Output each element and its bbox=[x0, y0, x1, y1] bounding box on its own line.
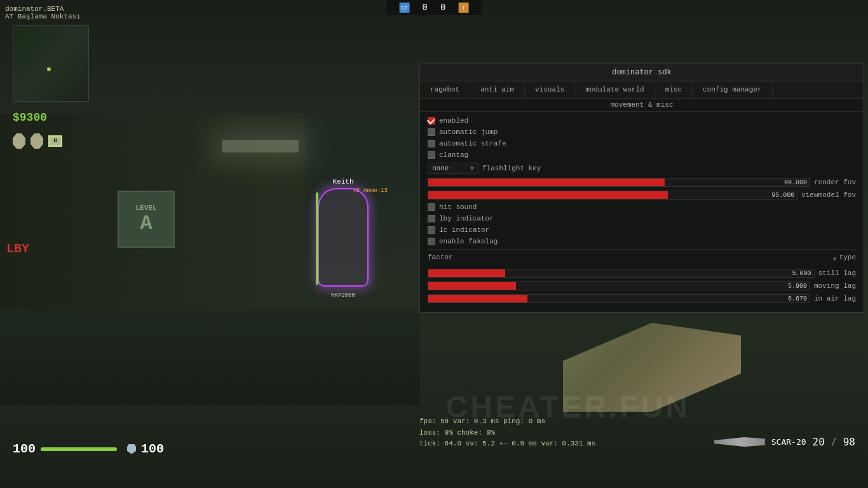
weapon-icon bbox=[714, 434, 765, 450]
ct-icon: CT bbox=[400, 3, 410, 13]
dropdown-arrow-icon: ▼ bbox=[470, 165, 474, 172]
cb-auto-jump-label: automatic jump bbox=[439, 128, 498, 136]
armor-area: 100 bbox=[127, 442, 164, 456]
still-lag-fill bbox=[428, 269, 505, 277]
tab-misc[interactable]: misc bbox=[655, 81, 693, 98]
viewmodel-fov-label: viewmodel fov bbox=[801, 191, 856, 199]
t-score: 0 bbox=[440, 3, 445, 13]
tab-config-manager[interactable]: config manager bbox=[693, 81, 772, 98]
weapon-info: SCAR-20 20 / 98 bbox=[714, 434, 855, 450]
player-health-fill bbox=[316, 193, 318, 285]
ceiling-light bbox=[222, 140, 299, 152]
moving-lag-fill bbox=[428, 282, 516, 290]
weapon-name: SCAR-20 bbox=[771, 437, 806, 447]
viewmodel-fov-slider[interactable]: 95.000 bbox=[428, 191, 797, 200]
cb-row-enable-fakelag: enable fakelag bbox=[428, 238, 856, 245]
player-silhouette bbox=[318, 188, 369, 287]
render-fov-row: 90.000 render fov bbox=[428, 178, 856, 187]
player-icon bbox=[13, 133, 25, 149]
still-lag-label: still lag bbox=[818, 269, 856, 277]
cb-row-auto-strafe: automatic strafe bbox=[428, 140, 856, 147]
menu-title: dominator sdk bbox=[420, 64, 864, 81]
cb-row-lc-indicator: lc indicator bbox=[428, 226, 856, 234]
health-area: 100 bbox=[13, 442, 117, 456]
cb-auto-strafe-label: automatic strafe bbox=[439, 140, 506, 147]
level-sign: LEVEL A bbox=[118, 191, 175, 248]
perf-line2: loss: 0% choke: 0% bbox=[419, 428, 595, 439]
cb-lby-indicator[interactable] bbox=[428, 215, 435, 222]
still-lag-row: 5.090 still lag bbox=[428, 269, 856, 278]
menu-panel: dominator sdk ragebot anti aim visuals m… bbox=[419, 64, 864, 313]
t-icon: T bbox=[458, 3, 468, 13]
flashlight-dropdown[interactable]: none ▼ bbox=[428, 163, 478, 174]
cb-lby-indicator-label: lby indicator bbox=[439, 215, 494, 222]
flashlight-label: flashlight key bbox=[482, 165, 541, 172]
floor bbox=[0, 310, 419, 405]
tab-ragebot[interactable]: ragebot bbox=[420, 81, 470, 98]
player-gun-label: HKP2000 bbox=[305, 292, 381, 299]
viewmodel-fov-fill bbox=[428, 191, 668, 199]
render-fov-value: 90.000 bbox=[784, 179, 807, 186]
divider-1 bbox=[428, 249, 856, 250]
render-fov-fill bbox=[428, 179, 665, 186]
cb-hit-sound[interactable] bbox=[428, 203, 435, 211]
minimap bbox=[13, 25, 89, 102]
minimap-inner bbox=[13, 26, 88, 101]
menu-content: enabled automatic jump automatic strafe … bbox=[420, 112, 864, 312]
player-health-bar bbox=[316, 193, 318, 285]
in-air-lag-slider[interactable]: 6.670 bbox=[428, 294, 810, 303]
render-fov-slider[interactable]: 90.000 bbox=[428, 178, 810, 187]
in-air-lag-fill bbox=[428, 295, 527, 302]
cb-auto-jump[interactable] bbox=[428, 128, 435, 136]
moving-lag-slider[interactable]: 5.900 bbox=[428, 281, 810, 290]
score-area: CT 0 0 T bbox=[387, 0, 482, 15]
cb-enabled[interactable] bbox=[428, 117, 435, 125]
cb-enable-fakelag[interactable] bbox=[428, 238, 435, 245]
player-figure bbox=[315, 188, 372, 290]
tab-visuals[interactable]: visuals bbox=[525, 81, 575, 98]
player-icon-2 bbox=[31, 133, 43, 149]
armor-icon bbox=[127, 444, 136, 454]
moving-lag-row: 5.900 moving lag bbox=[428, 281, 856, 290]
cb-enabled-label: enabled bbox=[439, 117, 468, 125]
flashlight-row: none ▼ flashlight key bbox=[428, 163, 856, 174]
viewmodel-fov-value: 95.000 bbox=[771, 192, 794, 199]
in-air-lag-value: 6.670 bbox=[788, 295, 807, 302]
cb-hit-sound-label: hit sound bbox=[439, 203, 477, 211]
type-row: ▼ type bbox=[833, 254, 856, 265]
tab-modulate-world[interactable]: modulate world bbox=[575, 81, 654, 98]
still-lag-value: 5.090 bbox=[792, 270, 811, 277]
section-title: movement & misc bbox=[420, 98, 864, 112]
menu-tabs: ragebot anti aim visuals modulate world … bbox=[420, 81, 864, 98]
moving-lag-label: moving lag bbox=[814, 282, 856, 290]
tab-anti-aim[interactable]: anti aim bbox=[470, 81, 525, 98]
health-value: 100 bbox=[13, 442, 36, 456]
viewmodel-fov-row: 95.000 viewmodel fov bbox=[428, 191, 856, 200]
minimap-player-dot bbox=[47, 67, 51, 71]
perf-line1: fps: 58 var: 0.3 ms ping: 0 ms bbox=[419, 416, 595, 428]
cb-clantag[interactable] bbox=[428, 151, 435, 159]
money-display: $9300 bbox=[13, 111, 47, 124]
health-fill bbox=[41, 447, 117, 451]
perf-line3: tick: 64.0 sv: 5.2 +- 0.9 ms var: 0.331 … bbox=[419, 438, 595, 450]
armor-value: 100 bbox=[141, 442, 164, 456]
type-label: type bbox=[839, 254, 856, 261]
app-title: dominator.BETA AT Başlama Noktası bbox=[5, 5, 81, 20]
cb-lc-indicator-label: lc indicator bbox=[439, 226, 489, 234]
cb-row-auto-jump: automatic jump bbox=[428, 128, 856, 136]
lby-indicator: LBY bbox=[6, 241, 29, 256]
in-air-lag-label: in air lag bbox=[814, 295, 856, 302]
cb-row-clantag: clantag bbox=[428, 151, 856, 159]
in-air-lag-row: 6.670 in air lag bbox=[428, 294, 856, 303]
cb-lc-indicator[interactable] bbox=[428, 226, 435, 234]
player-name: Keith bbox=[305, 178, 381, 186]
cb-auto-strafe[interactable] bbox=[428, 140, 435, 147]
render-fov-label: render fov bbox=[814, 179, 856, 186]
still-lag-slider[interactable]: 5.090 bbox=[428, 269, 815, 278]
cb-row-enabled: enabled bbox=[428, 117, 856, 125]
hud-icons: H bbox=[13, 133, 62, 149]
fakelag-header: factor ▼ type bbox=[428, 254, 856, 265]
weapon-ammo: 20 / 98 bbox=[813, 436, 855, 448]
cb-row-hit-sound: hit sound bbox=[428, 203, 856, 211]
kit-icon: H bbox=[48, 135, 62, 147]
